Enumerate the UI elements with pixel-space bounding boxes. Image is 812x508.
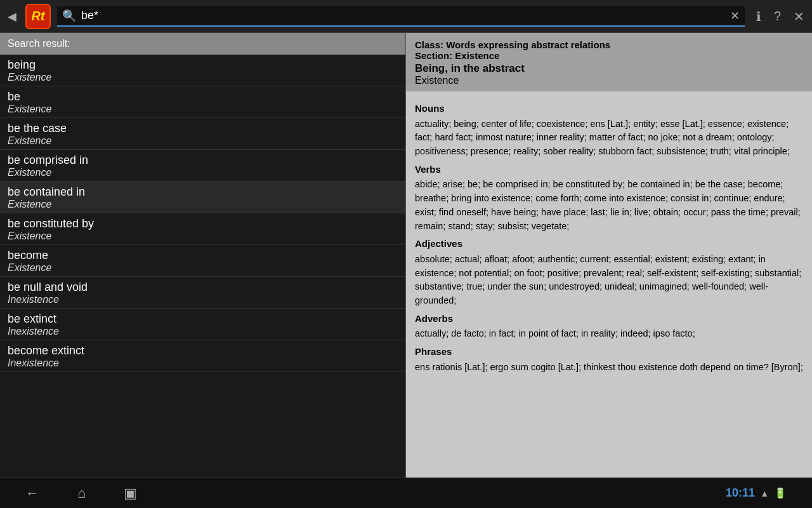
result-title: being — [8, 58, 398, 72]
search-box: 🔍 ✕ — [57, 6, 745, 27]
pos-label: Nouns — [415, 102, 803, 116]
recents-nav-icon[interactable]: ▣ — [124, 485, 137, 502]
app-icon[interactable]: Rt — [25, 4, 51, 29]
pos-content: actually; de facto; in fact; in point of… — [415, 327, 803, 341]
result-title: be comprised in — [8, 154, 398, 167]
list-item[interactable]: be comprised inExistence — [0, 150, 405, 182]
pos-label: Verbs — [415, 163, 803, 177]
result-title: be — [8, 90, 398, 104]
nav-icons: ← ⌂ ▣ — [25, 485, 137, 502]
result-title: be contained in — [8, 185, 398, 199]
time-display: 10:11 — [726, 486, 755, 500]
right-content: Nounsactuality; being; center of life; c… — [406, 91, 812, 380]
main-content: Search result: beingExistencebeExistence… — [0, 33, 812, 478]
status-bar: 10:11 ▲ 🔋 — [726, 486, 787, 500]
right-panel: Class: Words expressing abstract relatio… — [406, 33, 812, 478]
result-subtitle: Existence — [8, 262, 398, 274]
left-panel: Search result: beingExistencebeExistence… — [0, 33, 406, 478]
top-bar: ◀ Rt 🔍 ✕ ℹ ? ✕ — [0, 0, 812, 33]
class-value: Words expressing abstract relations — [446, 39, 610, 50]
list-item[interactable]: be contained inExistence — [0, 182, 405, 213]
close-icon[interactable]: ✕ — [794, 9, 804, 24]
signal-icon: ▲ — [760, 488, 769, 498]
pos-content: actuality; being; center of life; coexis… — [415, 117, 803, 159]
section-value: Existence — [455, 50, 499, 61]
right-panel-subtitle: Existence — [415, 75, 803, 86]
battery-icon: 🔋 — [774, 487, 787, 499]
back-nav-icon[interactable]: ← — [25, 485, 39, 502]
section-prefix: Section: — [415, 50, 455, 61]
result-title: become — [8, 249, 398, 262]
list-item[interactable]: be constituted byExistence — [0, 213, 405, 245]
result-subtitle: Existence — [8, 231, 398, 242]
result-title: be extinct — [8, 312, 398, 326]
pos-label: Adverbs — [415, 312, 803, 326]
pos-label: Phrases — [415, 345, 803, 359]
clear-icon[interactable]: ✕ — [730, 9, 740, 23]
result-subtitle: Existence — [8, 199, 398, 210]
result-title: be the case — [8, 122, 398, 135]
list-item[interactable]: be the caseExistence — [0, 118, 405, 150]
list-item[interactable]: becomeExistence — [0, 245, 405, 277]
search-icon: 🔍 — [62, 9, 76, 23]
list-item[interactable]: become extinctInexistence — [0, 340, 405, 372]
result-subtitle: Inexistence — [8, 358, 398, 369]
info-icon[interactable]: ℹ — [756, 9, 761, 24]
pos-content: ens rationis [Lat.]; ergo sum cogito [La… — [415, 361, 803, 375]
result-subtitle: Existence — [8, 167, 398, 178]
right-header: Class: Words expressing abstract relatio… — [406, 33, 812, 91]
pos-content: abide; arise; be; be comprised in; be co… — [415, 178, 803, 233]
top-icons: ℹ ? ✕ — [756, 9, 804, 24]
result-subtitle: Existence — [8, 104, 398, 115]
pos-label: Adjectives — [415, 237, 803, 251]
home-nav-icon[interactable]: ⌂ — [77, 485, 86, 502]
class-prefix: Class: — [415, 39, 446, 50]
search-input[interactable] — [81, 9, 725, 22]
result-title: be constituted by — [8, 217, 398, 231]
results-list: beingExistencebeExistencebe the caseExis… — [0, 55, 405, 372]
list-item[interactable]: be extinctInexistence — [0, 309, 405, 340]
back-button[interactable]: ◀ — [8, 10, 16, 23]
list-item[interactable]: be null and voidInexistence — [0, 277, 405, 309]
class-line: Class: Words expressing abstract relatio… — [415, 39, 803, 50]
result-subtitle: Inexistence — [8, 294, 398, 305]
result-subtitle: Existence — [8, 72, 398, 83]
right-panel-title: Being, in the abstract — [415, 62, 803, 75]
list-item[interactable]: beingExistence — [0, 55, 405, 86]
list-item[interactable]: beExistence — [0, 86, 405, 118]
result-title: be null and void — [8, 281, 398, 294]
result-title: become extinct — [8, 344, 398, 358]
section-line: Section: Existence — [415, 50, 803, 61]
bottom-bar: ← ⌂ ▣ 10:11 ▲ 🔋 — [0, 478, 812, 508]
result-subtitle: Existence — [8, 135, 398, 147]
search-result-header: Search result: — [0, 33, 405, 55]
help-icon[interactable]: ? — [774, 9, 781, 23]
pos-content: absolute; actual; afloat; afoot; authent… — [415, 253, 803, 308]
result-subtitle: Inexistence — [8, 326, 398, 337]
